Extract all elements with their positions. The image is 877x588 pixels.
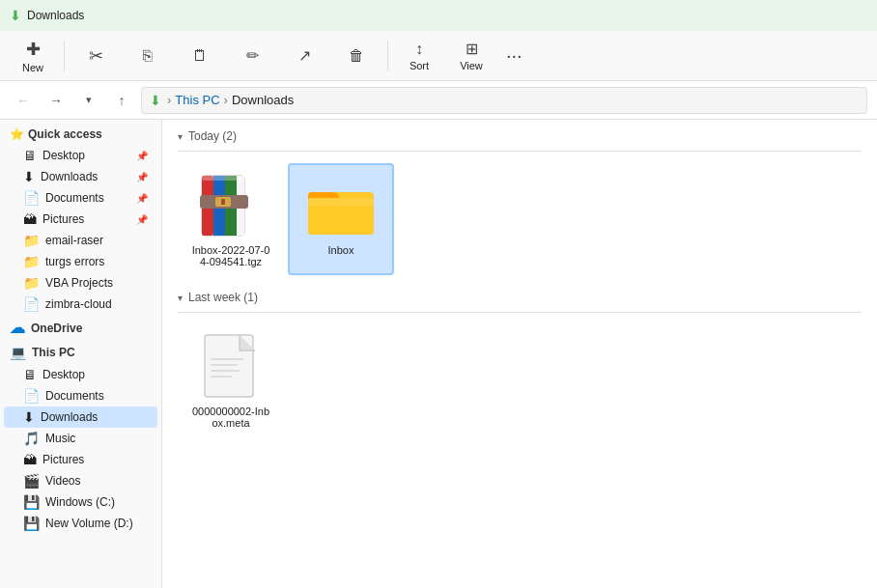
toolbar: ✚ New ✂ ⎘ 🗒 ✏ ↗ 🗑 ↕ Sort ⊞ View ··· — [0, 31, 877, 81]
breadcrumb-current: Downloads — [232, 93, 294, 107]
winrar-svg — [198, 174, 264, 239]
sidebar-item-email-raser[interactable]: 📁 email-raser — [4, 230, 157, 251]
forward-button[interactable]: → — [42, 87, 70, 114]
sidebar-item-email-raser-label: email-raser — [45, 234, 148, 247]
today-chevron: ▾ — [178, 131, 183, 142]
quick-access-header[interactable]: ⭐ Quick access — [0, 124, 161, 145]
sidebar-item-new-volume-d[interactable]: 💾 New Volume (D:) — [4, 513, 157, 534]
file-item-winrar[interactable]: Inbox-2022-07-04-094541.tgz — [178, 163, 284, 275]
share-icon: ↗ — [298, 46, 311, 65]
sidebar-item-documents-pc[interactable]: 📄 Documents — [4, 385, 157, 406]
downloads-qa-icon: ⬇ — [23, 169, 35, 184]
cut-icon: ✂ — [89, 45, 103, 67]
sort-icon: ↕ — [415, 41, 423, 58]
lastweek-chevron: ▾ — [178, 293, 183, 303]
file-item-meta[interactable]: 0000000002-Inbox.meta — [178, 324, 284, 436]
view-button[interactable]: ⊞ View — [446, 35, 496, 77]
this-pc-header[interactable]: 💻 This PC — [0, 341, 161, 364]
sidebar-item-downloads-pc-label: Downloads — [41, 410, 148, 424]
documents-pc-icon: 📄 — [23, 388, 40, 404]
back-button[interactable]: ← — [10, 87, 37, 114]
today-files-grid: Inbox-2022-07-04-094541.tgz — [178, 163, 862, 275]
star-icon: ⭐ — [10, 127, 24, 141]
sidebar-item-music-pc-label: Music — [45, 432, 148, 445]
title-bar: ⬇ Downloads — [0, 0, 877, 31]
more-button[interactable]: ··· — [498, 41, 530, 70]
sidebar-item-turgs-errors[interactable]: 📁 turgs errors — [4, 251, 157, 272]
delete-icon: 🗑 — [349, 47, 364, 65]
title-text: Downloads — [27, 9, 84, 22]
folder-svg — [306, 177, 376, 237]
sort-button[interactable]: ↕ Sort — [394, 35, 444, 77]
breadcrumb-icon: ⬇ — [150, 93, 161, 108]
pin-icon-dl: 📌 — [136, 172, 148, 182]
cut-button[interactable]: ✂ — [71, 35, 121, 77]
sidebar-item-vba-projects[interactable]: 📁 VBA Projects — [4, 272, 157, 294]
file-label-winrar: Inbox-2022-07-04-094541.tgz — [192, 244, 270, 267]
breadcrumb: ⬇ › This PC › Downloads — [141, 87, 867, 114]
sidebar-item-videos-pc[interactable]: 🎬 Videos — [4, 470, 157, 491]
sidebar-item-new-volume-d-label: New Volume (D:) — [45, 517, 148, 530]
content-area: ▾ Today (2) — [162, 120, 877, 588]
today-divider — [178, 151, 862, 152]
up-button[interactable]: ↑ — [108, 87, 135, 114]
sidebar-item-pictures-pc[interactable]: 🏔 Pictures — [4, 449, 157, 470]
sidebar-item-turgs-errors-label: turgs errors — [45, 255, 148, 268]
pictures-qa-icon: 🏔 — [23, 211, 37, 227]
sidebar-item-zimbra-cloud[interactable]: 📄 zimbra-cloud — [4, 294, 157, 315]
svg-rect-15 — [211, 364, 238, 366]
generic-file-svg — [203, 333, 259, 403]
documents-qa-icon: 📄 — [23, 190, 40, 206]
pictures-pc-icon: 🏔 — [23, 452, 37, 467]
onedrive-icon: ☁ — [10, 319, 25, 337]
file-item-inbox-folder[interactable]: Inbox — [288, 163, 394, 275]
recent-button[interactable]: ▾ — [75, 87, 102, 114]
breadcrumb-sep-1: › — [224, 93, 228, 107]
vba-projects-icon: 📁 — [23, 275, 40, 291]
today-group-header[interactable]: ▾ Today (2) — [178, 129, 862, 143]
sidebar-item-desktop-pc-label: Desktop — [42, 368, 148, 381]
videos-pc-icon: 🎬 — [23, 473, 40, 489]
new-icon: ✚ — [26, 39, 41, 60]
sidebar-item-desktop-qa[interactable]: 🖥 Desktop 📌 — [4, 145, 157, 166]
sidebar-item-documents-qa[interactable]: 📄 Documents 📌 — [4, 187, 157, 209]
sidebar-item-desktop-pc[interactable]: 🖥 Desktop — [4, 364, 157, 385]
delete-button[interactable]: 🗑 — [331, 35, 382, 77]
main-layout: ⭐ Quick access 🖥 Desktop 📌 ⬇ Downloads 📌… — [0, 120, 877, 588]
copy-button[interactable]: ⎘ — [123, 35, 173, 77]
share-button[interactable]: ↗ — [279, 35, 329, 77]
rename-button[interactable]: ✏ — [227, 35, 277, 77]
onedrive-label: OneDrive — [31, 322, 82, 335]
sidebar-item-videos-pc-label: Videos — [45, 474, 148, 488]
sidebar-item-downloads-qa-label: Downloads — [41, 170, 130, 183]
file-thumbnail-winrar — [192, 173, 269, 240]
view-icon: ⊞ — [466, 40, 478, 58]
sidebar-item-music-pc[interactable]: 🎵 Music — [4, 428, 157, 449]
sidebar-item-downloads-qa[interactable]: ⬇ Downloads 📌 — [4, 166, 157, 187]
breadcrumb-thispc[interactable]: This PC — [175, 93, 219, 107]
svg-rect-8 — [221, 199, 225, 205]
copy-icon: ⎘ — [143, 47, 153, 65]
sidebar-item-vba-projects-label: VBA Projects — [45, 276, 148, 290]
pin-icon-docs: 📌 — [136, 193, 148, 204]
onedrive-header[interactable]: ☁ OneDrive — [0, 315, 161, 341]
new-volume-d-icon: 💾 — [23, 516, 40, 531]
title-icon: ⬇ — [10, 8, 21, 23]
pin-icon: 📌 — [136, 151, 148, 161]
new-button[interactable]: ✚ New — [8, 35, 58, 77]
paste-icon: 🗒 — [192, 47, 208, 65]
sidebar-item-downloads-pc[interactable]: ⬇ Downloads — [4, 406, 157, 428]
lastweek-files-grid: 0000000002-Inbox.meta — [178, 324, 862, 436]
svg-rect-9 — [202, 176, 244, 181]
sidebar-item-pictures-qa-label: Pictures — [42, 212, 130, 226]
sidebar-item-windows-c[interactable]: 💾 Windows (C:) — [4, 491, 157, 513]
sidebar-item-pictures-qa[interactable]: 🏔 Pictures 📌 — [4, 209, 157, 230]
sidebar: ⭐ Quick access 🖥 Desktop 📌 ⬇ Downloads 📌… — [0, 120, 162, 588]
sidebar-item-pictures-pc-label: Pictures — [42, 453, 148, 466]
lastweek-label: Last week (1) — [188, 291, 258, 304]
svg-rect-17 — [211, 376, 232, 378]
paste-button[interactable]: 🗒 — [175, 35, 225, 77]
pin-icon-pics: 📌 — [136, 214, 148, 225]
file-label-meta: 0000000002-Inbox.meta — [192, 406, 269, 429]
lastweek-group-header[interactable]: ▾ Last week (1) — [178, 291, 862, 304]
